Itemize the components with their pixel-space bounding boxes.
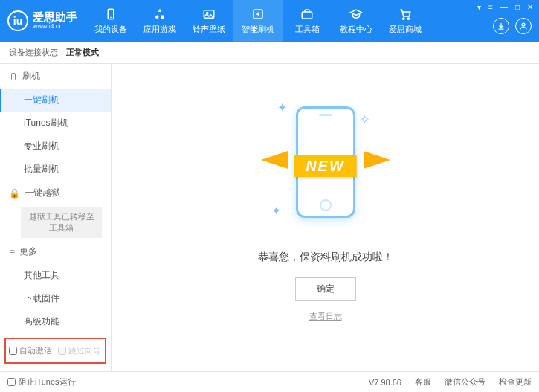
- sidebar-group-jailbreak[interactable]: 🔒 一键越狱: [0, 181, 111, 205]
- device-small-icon: [7, 370, 15, 371]
- sparkle-icon: ✧: [360, 112, 369, 126]
- options-icon[interactable]: ≡: [488, 3, 493, 11]
- sparkle-icon: ✦: [277, 100, 287, 115]
- success-message: 恭喜您，保资料刷机成功啦！: [258, 251, 393, 264]
- user-icon[interactable]: [515, 18, 532, 34]
- footer-bar: 阻止iTunes运行 V7.98.66 客服 微信公众号 检查更新: [0, 371, 539, 392]
- svg-rect-11: [12, 73, 16, 80]
- graduation-icon: [349, 7, 364, 22]
- window-controls: ▾ ≡ — □ ✕: [477, 3, 533, 11]
- svg-rect-3: [161, 16, 165, 19]
- cart-icon: [398, 7, 413, 22]
- brand-url: www.i4.cn: [33, 23, 77, 30]
- block-itunes-checkbox[interactable]: 阻止iTunes运行: [7, 376, 76, 388]
- close-icon[interactable]: ✕: [527, 3, 533, 11]
- svg-point-2: [155, 16, 159, 19]
- flash-icon: [251, 7, 265, 22]
- svg-point-8: [403, 18, 404, 19]
- svg-point-10: [522, 23, 525, 26]
- sidebar-item-pro[interactable]: 专业刷机: [0, 135, 111, 158]
- maximize-icon[interactable]: □: [515, 3, 520, 11]
- svg-rect-7: [302, 12, 312, 19]
- brand-name: 爱思助手: [33, 11, 77, 24]
- nav-smart-flash[interactable]: 智能刷机: [233, 0, 283, 42]
- sidebar-item-batch[interactable]: 批量刷机: [0, 158, 111, 181]
- download-icon[interactable]: [493, 18, 509, 34]
- auto-activate-checkbox[interactable]: 自动激活: [9, 345, 52, 356]
- connection-status: 设备连接状态：正常模式: [0, 42, 539, 64]
- more-icon: ≡: [9, 246, 15, 258]
- nav-store[interactable]: 爱思商城: [381, 0, 430, 42]
- sidebar-item-firmware[interactable]: 下载固件: [0, 287, 111, 310]
- logo-icon: iu: [7, 10, 28, 31]
- nav-ringtones[interactable]: 铃声壁纸: [184, 0, 233, 42]
- sidebar-options-highlight: 自动激活 跳过向导: [4, 338, 106, 364]
- new-ribbon: NEW: [294, 155, 357, 177]
- lock-icon: 🔒: [9, 188, 20, 199]
- sidebar-jailbreak-note[interactable]: 越狱工具已转移至工具箱: [21, 207, 102, 238]
- sidebar-item-other[interactable]: 其他工具: [0, 264, 111, 287]
- image-icon: [201, 7, 216, 22]
- toolbox-icon: [300, 7, 314, 22]
- sidebar-item-itunes[interactable]: iTunes刷机: [0, 112, 111, 135]
- nav-tutorials[interactable]: 教程中心: [332, 0, 381, 42]
- view-log-link[interactable]: 查看日志: [309, 311, 342, 322]
- footer-update[interactable]: 检查更新: [499, 376, 532, 388]
- apps-icon: [152, 7, 167, 22]
- phone-icon: [9, 72, 18, 81]
- sidebar-item-advanced[interactable]: 高级功能: [0, 310, 111, 333]
- nav-apps-games[interactable]: 应用游戏: [135, 0, 184, 42]
- menu-icon[interactable]: ▾: [477, 3, 481, 11]
- device-icon: [103, 7, 118, 22]
- nav-toolbox[interactable]: 工具箱: [283, 0, 332, 42]
- logo: iu 爱思助手 www.i4.cn: [0, 10, 86, 31]
- top-nav: 我的设备 应用游戏 铃声壁纸 智能刷机 工具箱 教程中心 爱思商城: [86, 0, 430, 42]
- connected-device[interactable]: iPhone 15 Pro Max 512GB iPhone: [0, 367, 111, 371]
- ribbon-left: [261, 151, 288, 169]
- sparkle-icon: ✦: [271, 204, 281, 218]
- footer-wechat[interactable]: 微信公众号: [445, 376, 485, 388]
- ok-button[interactable]: 确定: [295, 277, 356, 301]
- svg-point-9: [407, 18, 409, 19]
- version-label: V7.98.66: [369, 378, 401, 387]
- nav-my-device[interactable]: 我的设备: [86, 0, 135, 42]
- sidebar-group-flash[interactable]: 刷机: [0, 64, 111, 89]
- app-header: iu 爱思助手 www.i4.cn 我的设备 应用游戏 铃声壁纸 智能刷机 工具…: [0, 0, 539, 42]
- ribbon-right: [364, 151, 390, 169]
- main-content: ✦ ✧ ✦ NEW 恭喜您，保资料刷机成功啦！ 确定 查看日志: [112, 64, 539, 371]
- footer-support[interactable]: 客服: [415, 376, 431, 388]
- success-illustration: ✦ ✧ ✦ NEW: [262, 99, 389, 240]
- minimize-icon[interactable]: —: [500, 3, 508, 11]
- sidebar-group-more[interactable]: ≡ 更多: [0, 240, 111, 264]
- skip-wizard-checkbox[interactable]: 跳过向导: [58, 345, 101, 356]
- sidebar-item-oneclick[interactable]: 一键刷机: [0, 89, 111, 112]
- sidebar: 刷机 一键刷机 iTunes刷机 专业刷机 批量刷机 🔒 一键越狱 越狱工具已转…: [0, 64, 112, 371]
